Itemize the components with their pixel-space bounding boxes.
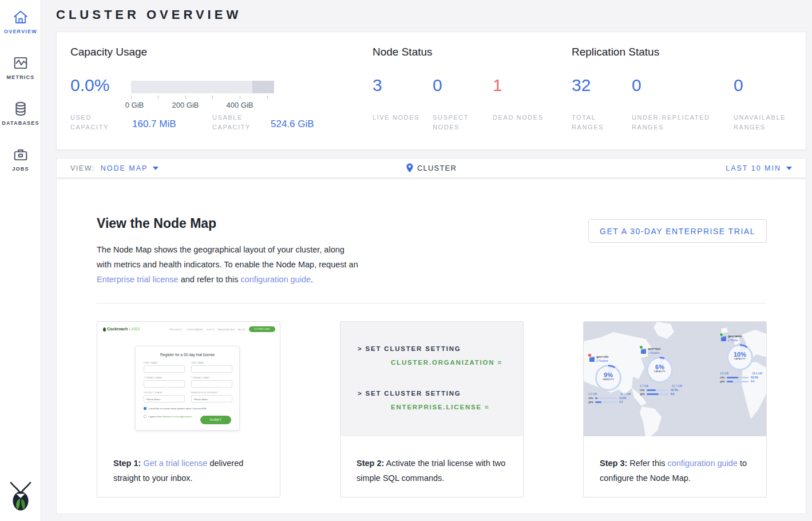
- view-bar: VIEW: NODE MAP CLUSTER LAST 10 MIN: [56, 158, 806, 178]
- code-line: > SET CLUSTER SETTING: [358, 345, 461, 352]
- code-line: CLUSTER.ORGANIZATION =: [391, 359, 502, 366]
- step3-caption: Step 3: Refer this configuration guide t…: [600, 456, 753, 486]
- capacity-ring: 6%CAPACITY: [647, 357, 673, 383]
- capacity-percent: 0.0%: [70, 76, 109, 95]
- mini-site-nav: PRODUCT CUSTOMERS DOCS RESOURCES BLOG: [170, 328, 245, 331]
- capacity-gauge-segment: [252, 81, 274, 93]
- map-node-sfo: geo=sfo 2 Nodes 9%CAPACITY 3.2 GiB51.1 G…: [588, 355, 634, 404]
- total-ranges-value: 32: [572, 76, 591, 95]
- code-line: > SET CLUSTER SETTING: [358, 390, 461, 397]
- mini-checkbox: [144, 415, 146, 418]
- live-nodes-value: 3: [373, 76, 382, 95]
- node-status-dot-green: [639, 345, 643, 349]
- sidebar-item-label: JOBS: [0, 166, 41, 172]
- mini-input: [191, 365, 232, 373]
- page-title: CLUSTER OVERVIEW: [56, 7, 241, 22]
- sidebar-item-overview[interactable]: OVERVIEW: [0, 9, 41, 34]
- node-status-title: Node Status: [373, 46, 433, 58]
- dead-nodes-value: 1: [493, 76, 502, 95]
- dead-nodes-label: DEAD NODES: [493, 113, 544, 123]
- databases-icon: [13, 101, 29, 117]
- replication-status-title: Replication Status: [572, 46, 659, 58]
- mini-checkbox-checked: [144, 407, 146, 410]
- mini-select: Please Select: [191, 395, 232, 402]
- capacity-ring: 10%CAPACITY: [727, 344, 753, 370]
- code-line: ENTERPRISE.LICENSE =: [391, 404, 489, 411]
- node-cube-icon: [641, 349, 646, 354]
- step1-card: Cockroach LABS PRODUCT CUSTOMERS DOCS RE…: [97, 321, 280, 498]
- map-node-nyc: geo=nyc 2 Nodes 6%CAPACITY 3.7 GiB61.7 G…: [640, 347, 686, 396]
- node-status-dot-red: [588, 353, 592, 357]
- mini-input: [191, 380, 232, 388]
- sidebar-item-label: DATABASES: [0, 120, 41, 126]
- node-status-dot-green: [719, 333, 723, 337]
- usable-capacity-value: 524.6 GiB: [271, 119, 314, 130]
- node-map-panel: View the Node Map The Node Map shows the…: [56, 179, 806, 514]
- capacity-tick-400: 400 GiB: [227, 101, 253, 109]
- configuration-guide-link[interactable]: configuration guide: [667, 459, 738, 468]
- sidebar-item-label: METRICS: [0, 74, 41, 80]
- mini-download-button: DOWNLOAD: [249, 326, 275, 332]
- divider: [97, 303, 767, 303]
- metrics-icon: [13, 55, 29, 71]
- total-ranges-label: TOTAL RANGES: [572, 113, 623, 132]
- unavailable-ranges-label: UNAVAILABLE RANGES: [734, 113, 802, 132]
- mini-submit-button: SUBMIT: [200, 416, 231, 424]
- mini-registration-form: Register for a 30-day trial license FIRS…: [135, 346, 240, 431]
- mini-input: [144, 380, 185, 388]
- capacity-gauge: [131, 81, 274, 93]
- sidebar-item-databases[interactable]: DATABASES: [0, 101, 41, 126]
- step1-caption: Step 1: Get a trial license delivered st…: [113, 456, 267, 486]
- suspect-nodes-label: SUSPECT NODES: [433, 113, 484, 132]
- sidebar-item-jobs[interactable]: JOBS: [0, 147, 41, 172]
- mini-cockroach-icon: [103, 327, 106, 331]
- capacity-usage-title: Capacity Usage: [70, 46, 147, 58]
- stats-panel: Capacity Usage 0.0% 0 GiB 200 GiB 400 Gi…: [56, 31, 806, 150]
- location-pin-icon: [406, 163, 413, 173]
- home-icon: [13, 9, 29, 25]
- under-replicated-label: UNDER-REPLICATED RANGES: [632, 113, 726, 132]
- content: CLUSTER OVERVIEW Capacity Usage 0.0% 0 G…: [56, 0, 806, 521]
- capacity-tick-0: 0 GiB: [125, 101, 144, 109]
- time-range-value: LAST 10 MIN: [726, 164, 781, 172]
- enterprise-trial-license-link[interactable]: Enterprise trial license: [97, 275, 179, 284]
- step2-card: > SET CLUSTER SETTING CLUSTER.ORGANIZATI…: [340, 321, 524, 498]
- mini-site-logo: Cockroach: [107, 327, 128, 331]
- node-cube-icon: [721, 336, 726, 341]
- view-label: VIEW:: [70, 164, 95, 172]
- node-map-description: The Node Map shows the geographical layo…: [97, 242, 359, 287]
- sidebar-item-metrics[interactable]: METRICS: [0, 55, 41, 80]
- mini-form-title: Register for a 30-day trial license: [136, 353, 239, 357]
- used-capacity-label: USED CAPACITY: [70, 113, 122, 132]
- time-range-selector[interactable]: LAST 10 MIN: [726, 159, 792, 177]
- get-enterprise-trial-button[interactable]: GET A 30-DAY ENTERPRISE TRIAL: [588, 219, 767, 243]
- map-node-ams: geo=ams 1 Node 10%CAPACITY 3.6 GiB36.6 G…: [720, 334, 766, 383]
- live-nodes-label: LIVE NODES: [373, 113, 424, 123]
- sidebar: OVERVIEW METRICS DATABASES JOBS: [0, 0, 41, 521]
- used-capacity-value: 160.7 MiB: [132, 119, 176, 130]
- suspect-nodes-value: 0: [433, 76, 442, 95]
- caret-down-icon: [786, 167, 792, 170]
- cockroach-labs-logo-icon: [7, 481, 34, 511]
- unavailable-ranges-value: 0: [734, 76, 743, 95]
- get-trial-license-link[interactable]: Get a trial license: [143, 459, 207, 468]
- under-replicated-value: 0: [632, 76, 641, 95]
- cluster-overview-page: OVERVIEW METRICS DATABASES JOBS: [0, 0, 812, 521]
- node-cube-icon: [589, 357, 595, 362]
- step3-card: geo=sfo 2 Nodes 9%CAPACITY 3.2 GiB51.1 G…: [583, 321, 767, 498]
- sidebar-item-label: OVERVIEW: [0, 29, 41, 34]
- node-map-heading: View the Node Map: [97, 216, 216, 231]
- sql-code-block: > SET CLUSTER SETTING CLUSTER.ORGANIZATI…: [340, 322, 523, 436]
- usable-capacity-label: USABLE CAPACITY: [212, 113, 267, 132]
- configuration-guide-link[interactable]: configuration guide: [240, 275, 311, 284]
- mini-input: [144, 365, 185, 373]
- view-selector[interactable]: NODE MAP: [101, 164, 148, 172]
- step2-caption: Step 2: Activate the trial license with …: [357, 456, 510, 486]
- node-map-illustration: geo=sfo 2 Nodes 9%CAPACITY 3.2 GiB51.1 G…: [584, 322, 766, 436]
- breadcrumb-cluster: CLUSTER: [417, 164, 457, 172]
- jobs-icon: [13, 147, 29, 163]
- mini-select: Please Select: [144, 395, 185, 402]
- capacity-tick-200: 200 GiB: [172, 101, 199, 109]
- caret-down-icon[interactable]: [153, 167, 159, 170]
- capacity-ring: 9%CAPACITY: [595, 365, 621, 391]
